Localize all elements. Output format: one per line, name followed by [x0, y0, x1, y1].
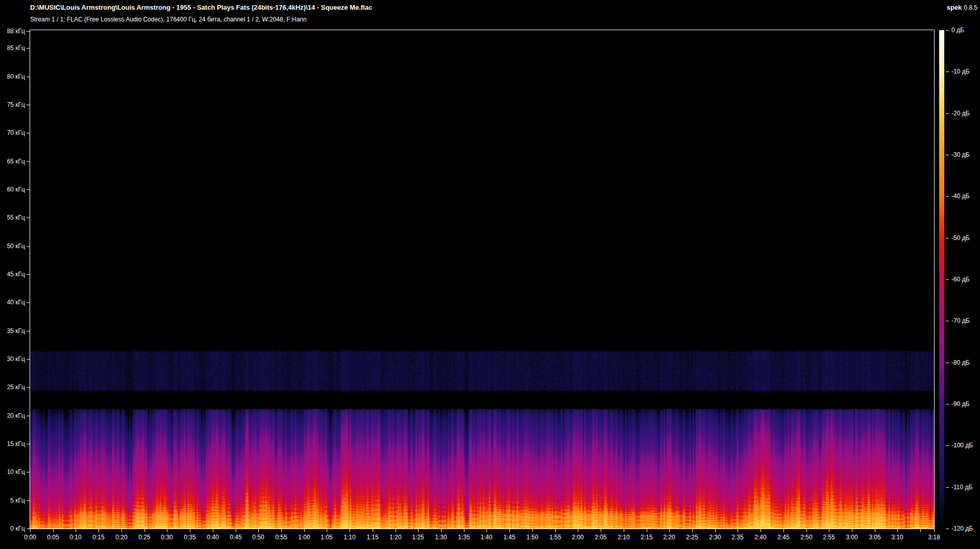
time-tick — [373, 529, 373, 532]
time-tick — [327, 529, 327, 532]
time-tick — [738, 529, 738, 532]
freq-tick — [27, 331, 30, 331]
time-tick-label: 0:35 — [184, 534, 195, 541]
time-tick-label: 3:18 — [928, 534, 940, 541]
db-tick-label: -90 дБ — [951, 400, 970, 408]
time-tick — [875, 529, 875, 532]
time-tick — [852, 529, 852, 532]
db-tick-label: -60 дБ — [951, 276, 970, 283]
time-tick-label: 0:40 — [207, 534, 218, 541]
time-tick-label: 2:35 — [731, 534, 743, 541]
time-tick — [806, 529, 807, 532]
time-tick-label: 2:25 — [686, 534, 698, 541]
db-tick-label: -30 дБ — [951, 151, 970, 158]
time-tick-label: 3:05 — [869, 534, 880, 541]
time-tick — [715, 529, 716, 532]
db-colorbar — [939, 30, 944, 529]
time-tick-label: 2:50 — [800, 534, 812, 541]
db-tick-label: -100 дБ — [951, 442, 973, 449]
app-name-label: spek — [947, 4, 962, 11]
freq-tick — [27, 133, 30, 133]
db-tick-label: -110 дБ — [951, 484, 972, 491]
freq-tick — [27, 444, 30, 444]
freq-tick — [27, 500, 30, 501]
db-tick-label: -10 дБ — [951, 68, 970, 75]
db-tick — [946, 155, 949, 155]
time-tick-label: 1:20 — [389, 534, 401, 541]
time-tick-label: 1:10 — [344, 534, 355, 541]
freq-tick-label: 40 кГц — [0, 299, 25, 306]
spek-window: D:\MUSIC\Louis Armstrong\Louis Armstrong… — [0, 0, 980, 549]
time-tick-label: 1:30 — [435, 534, 447, 541]
time-tick — [281, 529, 282, 532]
app-version-label: 0.8.5 — [964, 4, 977, 11]
time-tick — [258, 529, 259, 532]
db-tick-label: -80 дБ — [951, 359, 970, 366]
time-tick — [783, 529, 784, 532]
freq-tick-label: 70 кГц — [0, 129, 25, 136]
time-tick — [601, 529, 601, 532]
freq-tick — [27, 161, 30, 162]
time-tick-label: 1:55 — [549, 534, 561, 541]
time-tick-label: 2:45 — [777, 534, 789, 541]
time-tick-label: 2:30 — [709, 534, 721, 541]
time-tick-label: 0:15 — [92, 534, 104, 541]
freq-tick — [27, 246, 30, 247]
freq-tick-label: 75 кГц — [0, 101, 25, 108]
time-tick — [509, 529, 510, 532]
db-tick — [946, 279, 949, 280]
db-tick — [946, 529, 949, 529]
freq-tick — [27, 472, 30, 472]
freq-tick — [27, 387, 30, 388]
time-tick — [304, 529, 305, 532]
time-tick-label: 2:10 — [618, 534, 629, 541]
freq-tick-label: 15 кГц — [0, 440, 25, 447]
db-tick — [946, 363, 949, 363]
freq-tick — [27, 218, 30, 218]
db-tick-label: -40 дБ — [951, 193, 970, 200]
freq-tick-label: 25 кГц — [0, 384, 25, 391]
time-tick — [167, 529, 167, 532]
time-tick-label: 1:40 — [480, 534, 492, 541]
freq-tick-label: 80 кГц — [0, 73, 25, 80]
freq-tick-label: 50 кГц — [0, 243, 25, 250]
freq-tick-label: 20 кГц — [0, 412, 25, 419]
time-tick-label: 2:00 — [572, 534, 583, 541]
time-tick — [761, 529, 761, 532]
freq-tick — [27, 31, 30, 32]
time-tick-label: 1:25 — [412, 534, 424, 541]
time-tick-label: 0:45 — [230, 534, 241, 541]
db-tick — [946, 71, 949, 72]
time-tick — [624, 529, 624, 532]
freq-tick — [27, 105, 30, 105]
time-tick — [555, 529, 556, 532]
time-tick-label: 2:05 — [595, 534, 606, 541]
spectrogram-canvas — [30, 30, 934, 529]
freq-tick — [27, 416, 30, 416]
time-tick-label: 1:35 — [458, 534, 470, 541]
time-tick — [647, 529, 647, 532]
db-tick — [946, 30, 949, 31]
db-tick — [946, 113, 949, 114]
freq-tick-label: 65 кГц — [0, 158, 25, 165]
freq-tick — [27, 77, 30, 77]
time-tick — [190, 529, 190, 532]
time-tick — [692, 529, 693, 532]
time-tick-label: 1:15 — [366, 534, 378, 541]
time-tick-label: 0:55 — [275, 534, 287, 541]
freq-tick-label: 55 кГц — [0, 214, 25, 221]
freq-tick — [27, 189, 30, 190]
time-tick — [464, 529, 464, 532]
time-tick — [53, 529, 54, 532]
time-tick-label: 0:05 — [47, 534, 59, 541]
time-tick-label: 2:15 — [641, 534, 652, 541]
time-tick — [578, 529, 578, 532]
freq-tick-label: 60 кГц — [0, 186, 25, 193]
time-tick-label: 2:40 — [754, 534, 766, 541]
freq-tick-label: 45 кГц — [0, 271, 25, 278]
db-tick — [946, 487, 949, 488]
db-tick — [946, 321, 949, 321]
file-path-title: D:\MUSIC\Louis Armstrong\Louis Armstrong… — [30, 4, 372, 11]
db-tick — [946, 404, 949, 404]
freq-tick-label: 85 кГц — [0, 44, 25, 52]
